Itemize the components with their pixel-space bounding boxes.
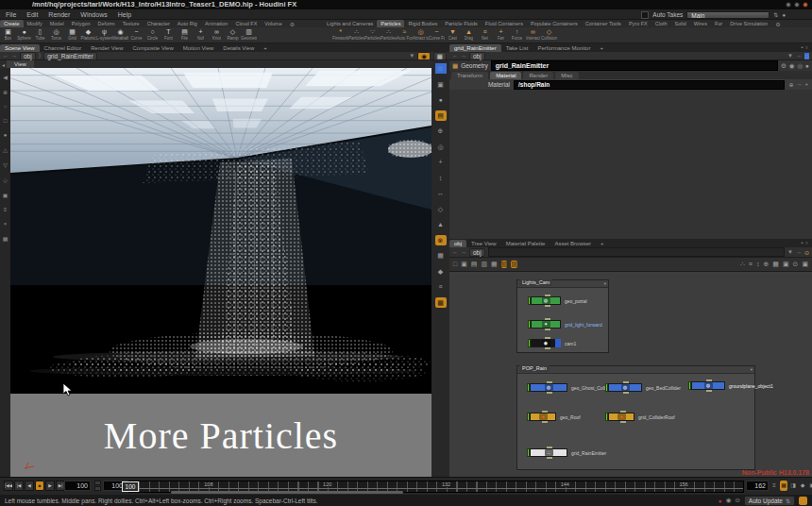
shelf-tab-wires[interactable]: Wires: [690, 20, 711, 27]
param-tab-misc[interactable]: Misc: [555, 72, 578, 80]
viewport-menu-icon[interactable]: ▼: [409, 53, 414, 59]
jump-to-node-icon[interactable]: →: [796, 81, 802, 88]
material-input[interactable]: /shop/Rain: [514, 80, 785, 90]
pane-tab-tree-view[interactable]: Tree View: [466, 240, 501, 248]
frame-spinner[interactable]: [94, 481, 101, 491]
audio-icon[interactable]: ◉: [726, 497, 732, 504]
grid-snap-icon[interactable]: ▦: [772, 261, 779, 268]
play-reverse-icon[interactable]: ◀: [25, 481, 34, 491]
record-icon[interactable]: ●: [719, 498, 722, 504]
title-bar[interactable]: /mnt/hq/projects/tarl/Work/H13_Intro/H13…: [0, 0, 812, 9]
netbox-pop-rain[interactable]: POP_Rain ▾ ◍ geo_Ghost_Collision ◍ geo_B…: [516, 365, 755, 470]
node-body[interactable]: ◍: [608, 383, 642, 392]
shelf-tool-geometry[interactable]: ▥Geometry: [241, 27, 257, 42]
param-tab-material[interactable]: Material: [490, 72, 521, 80]
netbox-minimize-icon[interactable]: ▾: [604, 281, 606, 286]
node-body[interactable]: ✶: [531, 320, 561, 329]
auto-takes-checkbox[interactable]: [641, 11, 649, 19]
menu-file[interactable]: File: [6, 9, 16, 20]
new-pane-tab-button-2[interactable]: +: [595, 44, 608, 53]
shelf-tool-fireworks[interactable]: *Fireworks: [332, 27, 348, 41]
shelf-tool-curve-force[interactable]: ~Curve Force: [429, 27, 445, 41]
node-groundplane-object1[interactable]: ◍ groundplane_object1: [688, 381, 773, 390]
range-icon[interactable]: ◨: [789, 481, 797, 491]
shelf-tool-sphere[interactable]: ●Sphere: [16, 27, 32, 42]
pin-params-icon[interactable]: ◉: [789, 62, 795, 70]
minimize-icon[interactable]: [786, 2, 791, 8]
node-body[interactable]: ●: [530, 413, 556, 421]
shelf-tool-curve[interactable]: ~Curve: [128, 27, 144, 42]
flag-template-icon[interactable]: ▧: [501, 261, 508, 268]
node-geo-roof[interactable]: ● geo_Roof: [527, 413, 581, 421]
shelf-tab-particles[interactable]: Particles: [377, 20, 404, 27]
shelf-tool-particles-fr[interactable]: ∵Particles fr: [364, 27, 381, 41]
net-back-icon[interactable]: ←: [452, 249, 458, 255]
node-geo-ghost-collision[interactable]: ◍ geo_Ghost_Collision: [527, 383, 615, 392]
shelf-tab-drive-simulation[interactable]: Drive Simulation: [726, 20, 771, 27]
shelf-tool-net[interactable]: ≡Net: [477, 27, 493, 41]
shelf-tool-file[interactable]: ▤File: [177, 27, 193, 42]
dots-icon[interactable]: ∴: [740, 261, 744, 268]
path-node-chip[interactable]: grid_RainEmitter: [43, 52, 96, 60]
pane-tab-obj[interactable]: obj: [449, 240, 466, 248]
playbar-options-icon[interactable]: ▣: [808, 481, 812, 491]
network-editor-canvas[interactable]: Lights_Cam ▾ ◍ geo_portal ✶ grid_light_f…: [449, 272, 812, 477]
connect-icon[interactable]: □: [453, 261, 457, 268]
shelf-tool-tube[interactable]: ▯Tube: [32, 27, 48, 42]
new-pane-tab-button[interactable]: +: [259, 44, 272, 53]
params-pin-icon[interactable]: →: [796, 53, 802, 59]
shelf-tool-particles-f[interactable]: ∴Particles F: [348, 27, 364, 41]
netbox-lights-cam[interactable]: Lights_Cam ▾ ◍ geo_portal ✶ grid_light_f…: [516, 279, 609, 353]
shelf-tool-platonic[interactable]: ◆Platonic: [80, 27, 96, 42]
list-icon[interactable]: ≡: [749, 261, 753, 268]
pane-tab-motion-view[interactable]: Motion View: [178, 44, 219, 53]
shelf-gear-icon[interactable]: ⚙: [286, 21, 298, 27]
shelf-tab-model[interactable]: Model: [46, 20, 68, 27]
shelf-tool-force[interactable]: ↑Force: [509, 27, 525, 41]
pane-tab-asset-browser[interactable]: Asset Browser: [550, 240, 596, 248]
options-icon[interactable]: ≡: [435, 281, 447, 292]
shelf-tool-knot[interactable]: ∞Knot: [209, 27, 225, 42]
netbox-header[interactable]: [517, 366, 754, 374]
pane-window-icons-2[interactable]: ▪○: [802, 240, 810, 245]
display-options-icon[interactable]: ▩: [435, 297, 447, 308]
shade-icon[interactable]: ◇: [3, 177, 8, 183]
params-link-icon[interactable]: ⊙: [804, 53, 809, 59]
node-body[interactable]: ∴: [530, 448, 567, 457]
netbox-icon[interactable]: ▤: [471, 261, 478, 268]
dolly-icon[interactable]: ↔: [435, 188, 447, 198]
pane-tab-material-palette[interactable]: Material Palette: [501, 240, 550, 248]
updown-icon[interactable]: ↕: [756, 261, 760, 268]
up-axis-icon[interactable]: ▲: [435, 219, 447, 229]
pane-tab-performance-monitor[interactable]: Performance Monitor: [533, 44, 595, 53]
shelf-tab-lights-and-cameras[interactable]: Lights and Cameras: [323, 20, 377, 27]
camera-select-icon[interactable]: ◉: [417, 52, 431, 60]
node-body[interactable]: ●: [608, 413, 634, 421]
params-forward-icon[interactable]: →: [461, 53, 466, 59]
shelf-tool-collision-d[interactable]: ◇Collision d: [541, 27, 557, 41]
stop-icon[interactable]: ■: [35, 481, 44, 491]
layout-icon[interactable]: ▣: [461, 261, 467, 268]
snap-icon[interactable]: △: [3, 146, 8, 153]
menu-windows[interactable]: Windows: [80, 9, 107, 20]
shelf-tool-metaball[interactable]: ◉Metaball: [112, 27, 128, 42]
shelf-tab-pyro-fx[interactable]: Pyro FX: [625, 20, 651, 27]
collapse-icon[interactable]: ◂: [0, 61, 7, 68]
forward-icon[interactable]: →: [11, 53, 17, 59]
node-cam1[interactable]: ◉ cam1: [528, 339, 576, 347]
shelf-tab-fluid-containers[interactable]: Fluid Containers: [482, 20, 527, 27]
shelf-tab-volume[interactable]: Volume: [261, 20, 285, 27]
pane-tab-scene-view[interactable]: Scene View: [0, 44, 40, 53]
pane-tab-render-view[interactable]: Render View: [86, 44, 127, 53]
shelf-tool-drag[interactable]: ▲Drag: [461, 27, 477, 41]
menu-help[interactable]: Help: [118, 9, 131, 20]
path-root-chip[interactable]: obj: [20, 52, 36, 60]
netbox-minimize-icon[interactable]: ▾: [751, 367, 753, 372]
shelf-tab-solid[interactable]: Solid: [671, 20, 690, 27]
keyframe-icon[interactable]: ◆: [799, 481, 806, 491]
menu-edit[interactable]: Edit: [26, 9, 38, 20]
camera-lock-icon[interactable]: ⊙: [435, 63, 447, 74]
shelf-tool-interact[interactable]: ∞Interact: [525, 27, 541, 41]
loop-icon[interactable]: ▦: [780, 481, 787, 491]
flag-display-icon[interactable]: ▨: [511, 261, 517, 268]
